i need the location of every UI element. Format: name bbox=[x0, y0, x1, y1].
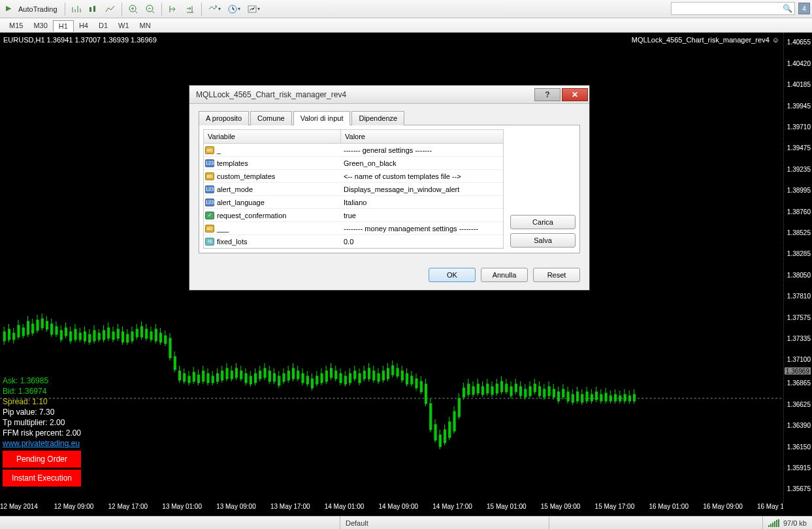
bar-chart-icon[interactable] bbox=[69, 2, 84, 16]
time-tick: 14 May 17:00 bbox=[432, 503, 485, 510]
timeframe-bar: M15 M30 H1 H4 D1 W1 MN bbox=[0, 18, 812, 33]
candle-chart-icon[interactable] bbox=[86, 2, 101, 16]
periods-icon[interactable]: ▾ bbox=[225, 2, 243, 16]
var-name: _ bbox=[217, 146, 221, 154]
var-value[interactable]: <-- name of custom templates file --> bbox=[341, 172, 503, 180]
input-row[interactable]: ab_------- general settings ------- bbox=[204, 144, 503, 157]
var-value[interactable]: Green_on_black bbox=[341, 159, 503, 167]
ffm-risk-label: FFM risk percent: 2.00 bbox=[3, 428, 81, 438]
price-tick: 1.37810 bbox=[787, 293, 811, 300]
website-link[interactable]: www.privatetrading.eu bbox=[3, 438, 81, 449]
timeframe-w1[interactable]: W1 bbox=[113, 20, 135, 31]
dialog-titlebar[interactable]: MQLLock_4565_Chart_risk_manager_rev4 ? ✕ bbox=[189, 86, 589, 104]
var-value[interactable]: 0.0 bbox=[341, 238, 503, 246]
timeframe-m15[interactable]: M15 bbox=[4, 20, 28, 31]
var-value[interactable]: Italiano bbox=[341, 199, 503, 206]
zoom-out-icon[interactable] bbox=[142, 2, 158, 16]
var-value[interactable]: ------- general settings ------- bbox=[341, 146, 503, 154]
price-tick: 1.40420 bbox=[787, 59, 811, 67]
tp-multiplier-label: Tp multiplier: 2.00 bbox=[3, 417, 81, 428]
tab-dependencies[interactable]: Dipendenze bbox=[351, 111, 404, 125]
connection-status[interactable]: 97/0 kb bbox=[762, 517, 812, 529]
price-tick: 1.40185 bbox=[787, 81, 811, 88]
time-tick: 13 May 01:00 bbox=[162, 503, 214, 510]
timeframe-h4[interactable]: H4 bbox=[74, 20, 93, 31]
dialog-tabs: A proposito Comune Valori di input Dipen… bbox=[199, 110, 580, 125]
autotrade-button[interactable]: ▶ AutoTrading bbox=[3, 2, 61, 16]
svg-rect-132 bbox=[297, 371, 299, 379]
search-icon[interactable]: 🔍 bbox=[783, 4, 792, 13]
svg-rect-174 bbox=[397, 368, 398, 376]
search-box[interactable]: 🔍 bbox=[671, 2, 795, 15]
var-name: alert_language bbox=[217, 199, 265, 206]
chart-shift-icon[interactable] bbox=[182, 2, 198, 16]
string-type-icon: ab bbox=[205, 146, 214, 154]
timeframe-h1[interactable]: H1 bbox=[53, 20, 74, 32]
svg-rect-50 bbox=[103, 330, 105, 340]
load-button[interactable]: Carica bbox=[510, 215, 576, 229]
indicators-icon[interactable]: +▾ bbox=[205, 2, 223, 16]
ok-button[interactable]: OK bbox=[429, 268, 476, 282]
tab-about[interactable]: A proposito bbox=[199, 111, 249, 125]
autoscroll-icon[interactable] bbox=[165, 2, 181, 16]
timeframe-mn[interactable]: MN bbox=[135, 20, 156, 31]
signals-badge[interactable]: 4 bbox=[798, 3, 810, 14]
timeframe-m30[interactable]: M30 bbox=[28, 20, 52, 31]
cancel-button[interactable]: Annulla bbox=[481, 268, 528, 282]
price-tick: 1.35915 bbox=[787, 464, 811, 472]
input-row[interactable]: 123templatesGreen_on_black bbox=[204, 157, 503, 170]
svg-rect-220 bbox=[506, 384, 508, 392]
help-button[interactable]: ? bbox=[534, 88, 560, 101]
chart-symbol-header: EURUSD,H1 1.36941 1.37007 1.36939 1.3696… bbox=[3, 36, 157, 44]
svg-rect-12 bbox=[13, 333, 15, 340]
input-row[interactable]: ab___-------- money management settings … bbox=[204, 222, 503, 235]
input-row[interactable]: abcustom_templates<-- name of custom tem… bbox=[204, 170, 503, 183]
enum-type-icon: 123 bbox=[205, 185, 214, 193]
status-profile[interactable]: Default bbox=[340, 517, 549, 529]
input-row[interactable]: 123alert_languageItaliano bbox=[204, 196, 503, 209]
input-row[interactable]: ½fixed_lots0.0 bbox=[204, 235, 503, 248]
price-tick: 1.38050 bbox=[787, 271, 811, 278]
time-tick: 15 May 17:00 bbox=[595, 503, 647, 510]
svg-rect-162 bbox=[368, 368, 370, 379]
search-input[interactable] bbox=[674, 5, 778, 12]
tab-inputs[interactable]: Valori di input bbox=[293, 111, 351, 125]
pending-order-button[interactable]: Pending Order bbox=[3, 451, 81, 468]
inputs-rows[interactable]: ab_------- general settings ------- 123t… bbox=[204, 144, 503, 248]
price-tick: 1.36625 bbox=[787, 400, 811, 408]
time-tick: 16 May 01:00 bbox=[649, 503, 701, 510]
price-tick: 1.35675 bbox=[787, 485, 811, 492]
var-value[interactable]: -------- money management settings -----… bbox=[341, 225, 503, 232]
time-tick: 15 May 01:00 bbox=[487, 503, 539, 510]
col-value[interactable]: Valore bbox=[341, 130, 503, 143]
price-tick: 1.38525 bbox=[787, 229, 811, 236]
ask-label: Ask: 1.36985 bbox=[3, 376, 81, 386]
input-row[interactable]: ✓request_confermationtrue bbox=[204, 209, 503, 222]
instant-execution-button[interactable]: Instant Execution bbox=[3, 470, 81, 487]
toolbar-divider bbox=[65, 3, 65, 16]
time-tick: 13 May 17:00 bbox=[270, 503, 323, 510]
tab-common[interactable]: Comune bbox=[250, 111, 292, 125]
main-toolbar: ▶ AutoTrading +▾ ▾ ▾ 🔍 4 bbox=[0, 0, 812, 18]
templates-icon[interactable]: ▾ bbox=[244, 2, 263, 16]
time-tick: 12 May 2014 bbox=[0, 503, 52, 510]
line-chart-icon[interactable] bbox=[103, 2, 118, 16]
svg-rect-150 bbox=[340, 374, 342, 383]
close-button[interactable]: ✕ bbox=[562, 88, 588, 101]
svg-rect-56 bbox=[117, 329, 119, 338]
svg-rect-152 bbox=[344, 376, 346, 384]
save-button[interactable]: Salva bbox=[510, 233, 576, 248]
status-empty bbox=[0, 517, 340, 529]
var-value[interactable]: true bbox=[341, 212, 503, 219]
svg-rect-24 bbox=[41, 319, 43, 328]
smiley-icon: ☺ bbox=[772, 36, 779, 44]
input-row[interactable]: 123alert_modeDisplays_message_in_window_… bbox=[204, 183, 503, 196]
var-value[interactable]: Displays_message_in_window_alert bbox=[341, 185, 503, 193]
col-variable[interactable]: Variabile bbox=[204, 130, 341, 143]
time-tick: 16 May 17:00 bbox=[757, 503, 783, 510]
timeframe-d1[interactable]: D1 bbox=[93, 20, 113, 31]
reset-button[interactable]: Reset bbox=[533, 268, 580, 282]
var-name: custom_templates bbox=[217, 172, 275, 180]
connection-text: 97/0 kb bbox=[783, 519, 807, 527]
zoom-in-icon[interactable] bbox=[125, 2, 141, 16]
